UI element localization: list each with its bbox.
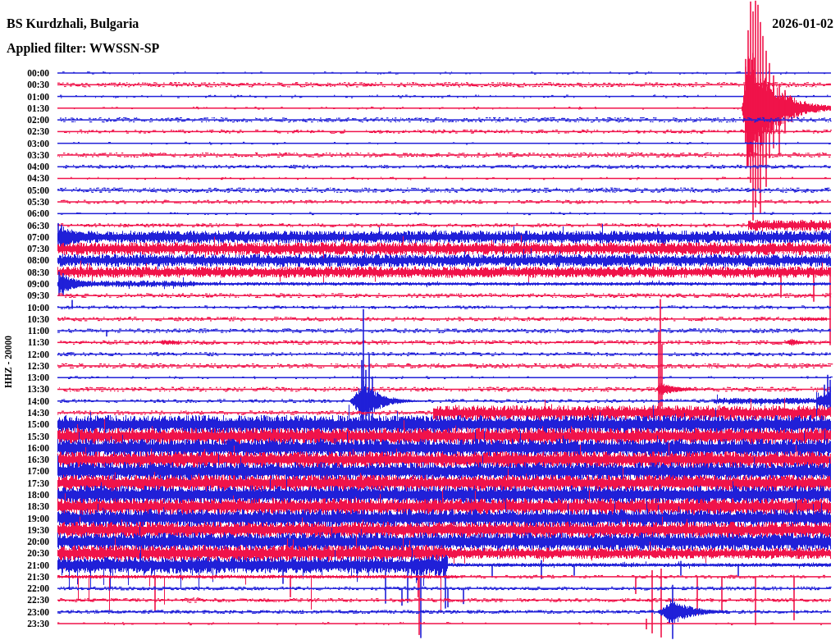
- time-label: 15:00: [0, 419, 49, 429]
- time-label: 02:30: [0, 126, 49, 136]
- time-label: 06:30: [0, 221, 49, 231]
- time-label: 18:00: [0, 490, 49, 500]
- time-label: 19:30: [0, 525, 49, 535]
- time-label: 02:00: [0, 115, 49, 125]
- time-label: 05:00: [0, 185, 49, 195]
- time-label: 14:30: [0, 408, 49, 418]
- time-label: 01:00: [0, 92, 49, 102]
- time-label: 14:00: [0, 396, 49, 406]
- time-label: 05:30: [0, 197, 49, 207]
- time-label: 07:30: [0, 244, 49, 254]
- time-label: 13:30: [0, 384, 49, 394]
- time-label: 18:30: [0, 501, 49, 511]
- time-label: 11:00: [0, 326, 49, 336]
- date-label: 2026-01-02: [772, 16, 833, 31]
- time-label: 21:00: [0, 560, 49, 570]
- time-label: 09:30: [0, 290, 49, 300]
- time-label: 08:00: [0, 255, 49, 265]
- time-label: 09:00: [0, 279, 49, 289]
- time-label: 03:00: [0, 139, 49, 149]
- time-label: 16:30: [0, 455, 49, 464]
- helicorder-plot: [0, 0, 840, 640]
- time-label: 12:30: [0, 361, 49, 371]
- time-label: 04:00: [0, 162, 49, 171]
- time-label: 23:00: [0, 607, 49, 617]
- time-label: 03:30: [0, 150, 49, 160]
- time-label: 17:30: [0, 478, 49, 488]
- time-label: 01:30: [0, 103, 49, 113]
- time-label: 23:30: [0, 619, 49, 629]
- time-label: 00:00: [0, 68, 49, 78]
- applied-filter-label: Applied filter: WWSSN-SP: [7, 41, 159, 56]
- time-label: 16:00: [0, 443, 49, 453]
- time-label: 13:00: [0, 373, 49, 382]
- time-label: 10:00: [0, 303, 49, 313]
- time-label: 22:00: [0, 583, 49, 593]
- time-label: 11:30: [0, 337, 49, 347]
- time-label: 15:30: [0, 432, 49, 441]
- time-label: 06:00: [0, 208, 49, 218]
- time-label: 20:30: [0, 548, 49, 558]
- time-label: 00:30: [0, 80, 49, 89]
- time-label: 12:00: [0, 350, 49, 359]
- time-label: 04:30: [0, 173, 49, 183]
- time-label: 19:00: [0, 514, 49, 523]
- time-label: 17:00: [0, 466, 49, 476]
- time-label: 20:00: [0, 537, 49, 546]
- time-label: 21:30: [0, 572, 49, 582]
- time-label: 10:30: [0, 314, 49, 324]
- time-label: 22:30: [0, 595, 49, 605]
- time-label: 07:00: [0, 232, 49, 242]
- helicorder-page: { "header": { "station": "BS Kurdzhali, …: [0, 0, 840, 640]
- station-title: BS Kurdzhali, Bulgaria: [7, 16, 139, 31]
- time-label: 08:30: [0, 267, 49, 277]
